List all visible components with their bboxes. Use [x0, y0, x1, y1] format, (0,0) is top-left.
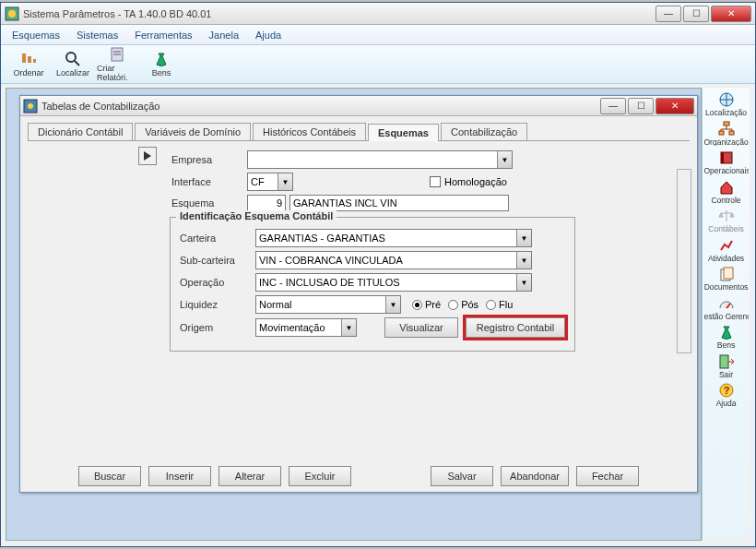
esquema-text-field[interactable]: GARANTIAS INCL VIN	[289, 195, 509, 211]
inner-close-button[interactable]: ✕	[656, 98, 694, 114]
exit-icon	[718, 353, 735, 370]
liquidez-combo[interactable]: Normal▼	[255, 295, 401, 314]
side-atividades[interactable]: Atividades	[704, 237, 749, 263]
buscar-button[interactable]: Buscar	[78, 466, 141, 486]
inner-window: Tabelas de Contabilização — ☐ ✕ Dicionár…	[19, 95, 698, 493]
side-gestao-gerenc[interactable]: estão Gerenc	[704, 295, 749, 321]
report-icon	[109, 46, 125, 63]
tool-localizar[interactable]: Localizar	[53, 47, 93, 82]
svg-rect-13	[729, 131, 734, 135]
side-sair[interactable]: Sair	[704, 353, 749, 379]
svg-rect-15	[721, 152, 724, 163]
fechar-button[interactable]: Fechar	[576, 466, 639, 486]
menu-ferramentas[interactable]: Ferramentas	[127, 28, 199, 42]
svg-rect-11	[724, 122, 729, 125]
inserir-button[interactable]: Inserir	[148, 466, 211, 486]
side-contabeis[interactable]: Contábeis	[704, 208, 749, 233]
excluir-button[interactable]: Excluir	[289, 466, 351, 486]
interface-combo[interactable]: CF▼	[247, 173, 293, 191]
main-title: Sistema Parâmetros - TA 1.40.0 BD 40.01	[23, 8, 656, 19]
carteira-combo[interactable]: GARANTIAS - GARANTIAS▼	[255, 229, 532, 247]
svg-line-6	[75, 61, 79, 66]
tab-esquemas[interactable]: Esquemas	[368, 124, 439, 141]
radio-flu[interactable]	[486, 300, 496, 310]
play-button[interactable]	[138, 147, 157, 165]
radio-flu-label: Flu	[499, 299, 513, 310]
radio-pre[interactable]	[412, 300, 422, 310]
chevron-down-icon: ▼	[497, 151, 512, 168]
side-documentos[interactable]: Documentos	[704, 266, 749, 292]
subcarteira-combo[interactable]: VIN - COBRANCA VINCULADA▼	[255, 251, 532, 269]
homologacao-label: Homologação	[444, 176, 507, 187]
esquema-label: Esquema	[171, 197, 247, 209]
search-icon	[65, 51, 81, 67]
money-bag-icon	[153, 51, 170, 67]
svg-point-1	[8, 10, 16, 18]
gauge-icon	[718, 295, 735, 312]
empresa-label: Empresa	[171, 154, 247, 165]
side-organizacao[interactable]: Organização	[704, 121, 749, 147]
tool-bens[interactable]: Bens	[141, 47, 182, 82]
origem-combo[interactable]: Movimentação▼	[255, 318, 357, 337]
empresa-combo[interactable]: ▼	[247, 150, 513, 169]
svg-rect-19	[720, 355, 728, 368]
chevron-down-icon: ▼	[278, 173, 292, 190]
operacao-combo[interactable]: INC - INCLUSAO DE TITULOS▼	[255, 273, 532, 292]
side-localizacao[interactable]: Localização	[704, 91, 749, 117]
subcarteira-label: Sub-carteira	[180, 255, 255, 266]
tool-ordenar[interactable]: Ordenar	[8, 47, 49, 82]
side-controle[interactable]: Controle	[704, 179, 749, 205]
svg-text:?: ?	[723, 385, 729, 396]
menu-sistemas[interactable]: Sistemas	[69, 28, 125, 42]
tool-criar-relatorio[interactable]: Criar Relatóri.	[97, 47, 137, 82]
homologacao-checkbox[interactable]	[430, 176, 441, 187]
registro-contabil-button[interactable]: Registro Contabil	[466, 317, 565, 338]
vertical-scrollbar[interactable]	[677, 169, 691, 353]
menu-janela[interactable]: Janela	[202, 28, 246, 42]
tab-historicos[interactable]: Históricos Contábeis	[253, 123, 366, 140]
svg-rect-17	[724, 268, 733, 279]
house-icon	[718, 179, 735, 196]
scale-icon	[718, 208, 735, 224]
tab-contabilizacao[interactable]: Contabilização	[441, 123, 527, 140]
tab-dicionario[interactable]: Dicionário Contábil	[28, 123, 133, 140]
minimize-button[interactable]: —	[656, 6, 681, 22]
inner-minimize-button[interactable]: —	[600, 98, 626, 114]
fieldset-legend: Identificação Esquema Contábil	[176, 210, 337, 221]
menu-esquemas[interactable]: Esquemas	[5, 28, 67, 42]
chevron-down-icon: ▼	[385, 296, 400, 313]
side-bens[interactable]: Bens	[704, 324, 749, 350]
operacao-label: Operação	[180, 277, 255, 288]
svg-rect-4	[33, 59, 36, 63]
abandonar-button[interactable]: Abandonar	[501, 466, 569, 486]
chevron-down-icon: ▼	[516, 230, 531, 246]
radio-pos-label: Pós	[461, 299, 478, 310]
tab-variaveis[interactable]: Variáveis de Domínio	[135, 123, 251, 140]
esquema-num-field[interactable]: 9	[247, 195, 286, 211]
inner-maximize-button[interactable]: ☐	[628, 98, 654, 114]
side-operacionais[interactable]: Operacionais	[704, 149, 749, 175]
origem-label: Origem	[180, 322, 255, 333]
svg-rect-3	[28, 56, 31, 63]
svg-rect-12	[719, 131, 724, 135]
org-icon	[718, 121, 735, 137]
svg-point-5	[66, 53, 76, 62]
dialog-buttons: Buscar Inserir Alterar Excluir Salvar Ab…	[20, 459, 697, 494]
chevron-down-icon: ▼	[516, 274, 531, 291]
sort-icon	[20, 51, 37, 67]
visualizar-button[interactable]: Visualizar	[384, 317, 458, 338]
book-icon	[718, 149, 735, 166]
side-ajuda[interactable]: ?Ajuda	[704, 382, 749, 408]
salvar-button[interactable]: Salvar	[431, 466, 493, 486]
menubar: Esquemas Sistemas Ferramentas Janela Aju…	[1, 25, 755, 45]
close-button[interactable]: ✕	[711, 6, 751, 22]
radio-pos[interactable]	[448, 300, 458, 310]
svg-rect-2	[22, 54, 26, 63]
interface-label: Interface	[171, 176, 247, 187]
maximize-button[interactable]: ☐	[683, 6, 709, 22]
main-titlebar: Sistema Parâmetros - TA 1.40.0 BD 40.01 …	[1, 3, 755, 25]
alterar-button[interactable]: Alterar	[219, 466, 281, 486]
liquidez-label: Liquidez	[180, 299, 255, 310]
menu-ajuda[interactable]: Ajuda	[248, 28, 289, 42]
inner-title: Tabelas de Contabilização	[41, 101, 600, 112]
